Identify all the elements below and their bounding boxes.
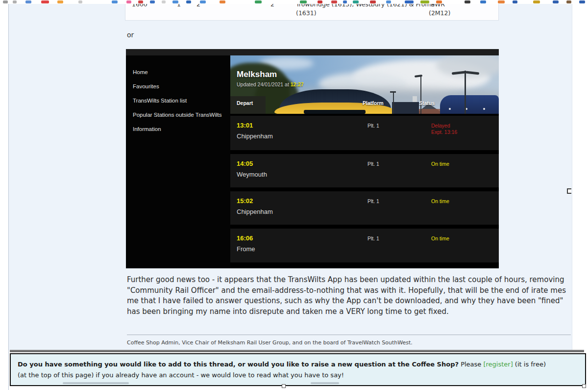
departure-row[interactable]: 13:01 Chippenham Plt. 1 Delayed Expt. 13…: [230, 116, 499, 150]
app-main: Melksham Updated 24/01/2021 at 12:27 Dep…: [230, 49, 499, 268]
updated-time: 12:27: [291, 81, 304, 87]
column-header-platform: Platform: [363, 100, 384, 106]
bookmark-favicon[interactable]: [405, 0, 414, 3]
departure-row[interactable]: 14:05 Weymouth Plt. 1 On time: [230, 154, 499, 187]
bookmark-favicon[interactable]: [386, 0, 391, 3]
bookmark-favicon[interactable]: [186, 0, 191, 3]
bookmark-favicon[interactable]: [112, 0, 118, 3]
departure-platform: Plt. 1: [368, 235, 379, 241]
resize-handle[interactable]: [282, 384, 286, 388]
timetable-cell: 2: [270, 4, 274, 8]
column-header-depart: Depart: [237, 100, 253, 106]
bookmark-favicon[interactable]: [353, 0, 359, 3]
bookmark-favicon[interactable]: [566, 0, 571, 3]
departure-status: On time: [431, 235, 449, 242]
bookmark-favicon[interactable]: [138, 0, 143, 3]
status-line1: On time: [431, 235, 449, 242]
bookmark-favicon[interactable]: [343, 0, 347, 3]
bookmark-favicon[interactable]: [498, 0, 505, 3]
bookmark-favicon[interactable]: [420, 0, 429, 3]
timetable-cell: Trowbridge (1613), Westbury (1621) & Fro…: [296, 4, 435, 8]
bookmark-favicon[interactable]: [25, 0, 31, 3]
updated-timestamp: Updated 24/01/2021 at 12:27: [237, 81, 304, 87]
page-left-border: [8, 0, 9, 390]
bookmarks-bar: [0, 0, 588, 4]
bookmark-favicon[interactable]: [513, 0, 517, 3]
paragraph-line: has been bringing my name into disrepute…: [127, 307, 572, 317]
register-link[interactable]: [register]: [483, 361, 513, 368]
departure-time: 14:05: [237, 160, 253, 167]
bookmark-favicon[interactable]: [533, 0, 540, 3]
bookmark-favicon[interactable]: [370, 0, 376, 3]
cloud-shape: [436, 53, 499, 78]
status-line1: On time: [431, 198, 449, 205]
bookmark-favicon[interactable]: [78, 0, 82, 3]
station-title: Melksham: [237, 70, 277, 79]
bookmark-favicon[interactable]: [200, 0, 206, 3]
app-top-band: [126, 49, 499, 55]
departure-platform: Plt. 1: [368, 123, 379, 129]
departure-platform: Plt. 1: [368, 198, 379, 204]
station-canopy: [440, 95, 499, 114]
clipped-content-smudge: [63, 382, 129, 384]
departure-row[interactable]: 16:06 Frome Plt. 1 On time: [230, 229, 499, 262]
status-line1: Delayed: [431, 123, 457, 129]
departure-status: Delayed Expt. 13:16: [431, 123, 457, 135]
bookmark-favicon[interactable]: [465, 0, 470, 3]
sidebar-item-information[interactable]: Information: [133, 126, 161, 132]
lamp-post-icon: [420, 77, 421, 114]
sidebar-item-station-list[interactable]: TransWilts Station list: [133, 98, 187, 104]
paragraph-line: Further good news too - it appears that …: [127, 275, 572, 286]
bookmark-favicon[interactable]: [480, 0, 486, 3]
bookmark-favicon[interactable]: [13, 0, 17, 3]
bookmark-favicon[interactable]: [126, 0, 131, 3]
bookmark-favicon[interactable]: [255, 0, 262, 3]
departure-platform: Plt. 1: [368, 161, 379, 167]
bookmark-favicon[interactable]: [172, 0, 178, 3]
bookmark-favicon[interactable]: [41, 0, 49, 3]
timetable-line2: (1631)(2M12): [125, 9, 498, 17]
section-divider-bar: [10, 350, 584, 352]
timetable-row-clipped: 1600122Trowbridge (1613), Westbury (1621…: [125, 4, 499, 21]
departure-time: 15:02: [237, 197, 253, 205]
departure-row[interactable]: 15:02 Chippenham Plt. 1 On time: [230, 191, 499, 225]
timetable-cell: 1600: [132, 4, 147, 8]
bookmark-favicon[interactable]: [331, 0, 337, 3]
sidebar-item-popular-stations[interactable]: Popular Stations outside TransWilts: [133, 112, 222, 118]
resize-handle[interactable]: [582, 384, 586, 388]
bookmark-favicon[interactable]: [436, 0, 442, 3]
transwilts-app-screenshot: Home Favourites TransWilts Station list …: [126, 49, 499, 268]
reply-prompt-please: Please: [459, 361, 483, 368]
reply-prompt-line1: Do you have something you would like to …: [18, 361, 581, 368]
signature-text: Coffee Shop Admin, Vice Chair of Melksha…: [127, 339, 413, 346]
bookmark-favicon[interactable]: [220, 0, 225, 3]
bookmark-favicon[interactable]: [3, 0, 8, 3]
clipped-content-smudge: [311, 382, 339, 384]
reply-prompt-free: (it is free): [513, 361, 546, 368]
bookmark-favicon[interactable]: [553, 0, 559, 3]
bookmark-favicon[interactable]: [162, 0, 166, 3]
reply-prompt-question: Do you have something you would like to …: [18, 361, 459, 368]
timetable-cell: SWR: [431, 4, 445, 8]
bookmark-favicon[interactable]: [300, 0, 307, 3]
connector-text: or: [127, 31, 134, 39]
sidebar-item-home[interactable]: Home: [133, 69, 148, 75]
status-line1: On time: [431, 161, 449, 167]
sidebar-item-favourites[interactable]: Favourites: [133, 83, 159, 89]
signature-divider: [127, 335, 571, 335]
updated-prefix: Updated 24/01/2021 at: [237, 81, 291, 87]
lamp-post-icon: [465, 71, 466, 114]
bookmark-favicon[interactable]: [579, 0, 585, 3]
timetable-line1: 1600122Trowbridge (1613), Westbury (1621…: [125, 4, 498, 8]
timetable-cell: 2: [196, 4, 200, 8]
bookmark-favicon[interactable]: [57, 0, 63, 3]
bookmark-favicon[interactable]: [150, 0, 155, 3]
bookmark-favicon[interactable]: [318, 0, 322, 3]
status-line2: Expt. 13:16: [431, 129, 457, 135]
column-header-status: Status: [419, 100, 435, 106]
departure-destination: Frome: [237, 245, 255, 253]
station-photo: Melksham Updated 24/01/2021 at 12:27 Dep…: [230, 49, 499, 114]
timetable-cell: 1: [177, 4, 181, 8]
lamp-post-icon: [393, 92, 394, 114]
timetable-cell: (1631): [296, 9, 317, 17]
